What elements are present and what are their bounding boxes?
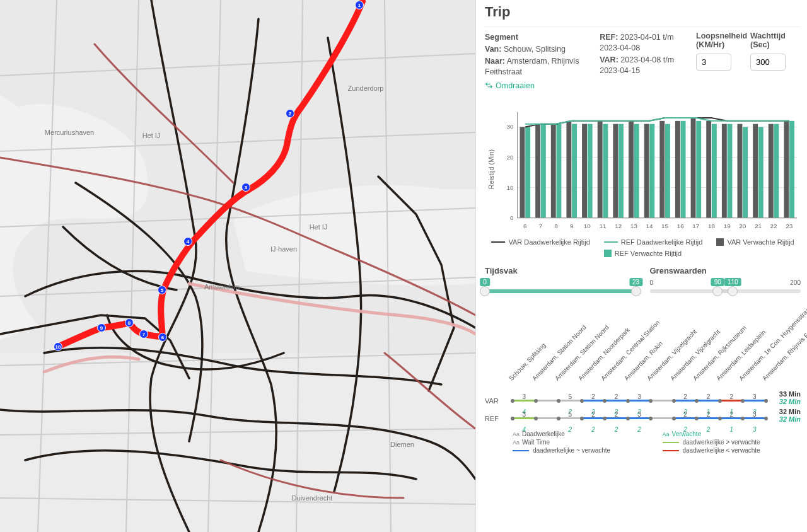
route-node[interactable]: 5 [158, 286, 166, 294]
legend-ref-line: REF Daadwerkelijke Rijtijd [621, 238, 703, 246]
grens-slider[interactable]: Grenswaarden 0 200 90 110 [650, 266, 801, 293]
legend-ref-bar: REF Verwachte Rijtijd [615, 250, 682, 257]
naar-label: Naar: [485, 57, 505, 66]
svg-rect-44 [784, 121, 789, 218]
svg-rect-38 [691, 118, 696, 218]
svg-text:13: 13 [630, 223, 638, 229]
trip-diagram: Schouw, SplitsingAmsterdam, Station Noor… [485, 303, 801, 529]
wait-input[interactable] [750, 54, 786, 71]
svg-rect-57 [712, 124, 717, 218]
svg-text:17: 17 [692, 223, 699, 229]
legend-var-line: VAR Daadwerkelijke Rijtijd [508, 238, 589, 246]
route-node[interactable]: 8 [125, 318, 134, 327]
leg-wait: Wait Time [522, 439, 550, 446]
diagram-row-label: REF [485, 415, 513, 422]
svg-rect-30 [566, 121, 571, 218]
svg-text:20: 20 [739, 223, 746, 229]
svg-rect-61 [774, 124, 779, 218]
map-roads-svg [0, 0, 475, 532]
grens-handle-high[interactable] [728, 286, 738, 296]
grens-handle-low[interactable] [712, 286, 723, 296]
chart-svg: 010203067891011121314151617181920212223R… [485, 101, 801, 237]
svg-rect-28 [535, 124, 540, 218]
svg-rect-45 [525, 127, 530, 217]
svg-text:6: 6 [523, 223, 527, 229]
route-node[interactable]: 1 [355, 1, 364, 9]
svg-text:10: 10 [584, 223, 591, 229]
svg-rect-27 [520, 127, 525, 217]
leg-red: daadwerkelijke < verwachte [683, 447, 760, 454]
svg-rect-46 [541, 124, 546, 218]
svg-rect-40 [722, 124, 727, 218]
svg-rect-55 [681, 121, 686, 218]
svg-rect-41 [738, 124, 743, 218]
svg-text:10: 10 [507, 184, 514, 191]
svg-text:21: 21 [755, 223, 762, 229]
svg-rect-36 [659, 121, 665, 218]
svg-rect-37 [675, 121, 680, 218]
svg-rect-32 [598, 121, 603, 218]
svg-text:8: 8 [554, 223, 558, 229]
svg-text:15: 15 [661, 223, 669, 229]
svg-rect-60 [758, 127, 763, 217]
var-label: VAR: [600, 55, 618, 64]
svg-text:14: 14 [646, 223, 653, 229]
grens-title: Grenswaarden [650, 266, 801, 275]
svg-rect-54 [665, 124, 670, 218]
svg-rect-49 [588, 124, 593, 218]
tijdsvak-slider[interactable]: Tijdsvak 0 23 [485, 266, 636, 293]
route-node[interactable]: 9 [97, 323, 106, 332]
speed-input[interactable] [696, 54, 731, 71]
svg-rect-51 [618, 124, 624, 218]
diagram-row: REF34522222322222213332 Min32 Min [485, 410, 801, 427]
svg-rect-39 [706, 121, 711, 218]
leg-blue: daadwerkelijke ~ verwachte [533, 447, 610, 454]
svg-text:11: 11 [600, 223, 607, 229]
map-panel[interactable]: ZunderdorpMercuriushavenHet IJHet IJIJ-h… [0, 0, 475, 532]
tijdsvak-handle-low[interactable] [480, 286, 490, 296]
svg-rect-47 [556, 124, 561, 218]
svg-rect-35 [644, 124, 649, 218]
side-panel: Trip Segment Van: Schouw, Splitsing Naar… [475, 0, 807, 532]
svg-text:12: 12 [615, 223, 622, 229]
swap-icon [485, 81, 493, 90]
svg-text:16: 16 [677, 223, 685, 229]
route-node[interactable]: 10 [54, 342, 62, 351]
tijdsvak-handle-high[interactable] [631, 286, 641, 296]
route-node[interactable]: 7 [139, 330, 148, 338]
svg-rect-34 [629, 121, 634, 218]
travel-time-chart: 010203067891011121314151617181920212223R… [485, 101, 801, 237]
diagram-row-label: VAR [485, 397, 513, 405]
tijdsvak-title: Tijdsvak [485, 266, 636, 275]
route-node[interactable]: 3 [241, 183, 250, 192]
svg-text:22: 22 [770, 223, 777, 229]
svg-rect-42 [753, 124, 758, 218]
swap-button[interactable]: Omdraaien [485, 81, 535, 90]
wait-label: Wachttijd (Sec) [750, 32, 801, 50]
svg-text:7: 7 [539, 223, 543, 229]
svg-rect-59 [743, 127, 748, 217]
svg-rect-62 [789, 121, 794, 218]
segment-section-label: Segment [485, 33, 518, 42]
svg-rect-53 [649, 124, 654, 218]
route-node[interactable]: 4 [183, 237, 192, 246]
svg-rect-48 [572, 124, 577, 218]
legend-var-bar: VAR Verwachte Rijtijd [727, 238, 794, 246]
svg-text:Reistijd (Min): Reistijd (Min) [487, 149, 495, 189]
diagram-row: VAR34522222322221213333 Min32 Min [485, 393, 801, 409]
sliders-row: Tijdsvak 0 23 Grenswaarden 0 200 90 [485, 266, 801, 293]
svg-text:23: 23 [786, 223, 793, 229]
swap-label: Omdraaien [496, 81, 535, 90]
svg-rect-29 [551, 124, 556, 218]
speed-label: Loopsnelheid (KM/Hr) [696, 32, 746, 50]
svg-text:9: 9 [570, 223, 574, 229]
route-node[interactable]: 6 [158, 333, 167, 342]
svg-rect-43 [769, 124, 774, 218]
svg-text:0: 0 [510, 214, 514, 221]
diagram-total: 33 Min32 Min [779, 390, 801, 405]
chart-legend: VAR Daadwerkelijke Rijtijd REF Daadwerke… [485, 238, 801, 257]
van-value: Schouw, Splitsing [504, 45, 566, 54]
route-node[interactable]: 2 [286, 109, 294, 118]
diagram-legend: AaDaadwerkelijke AaVerwachte AaWait Time… [485, 431, 801, 454]
ref-label: REF: [600, 33, 618, 42]
